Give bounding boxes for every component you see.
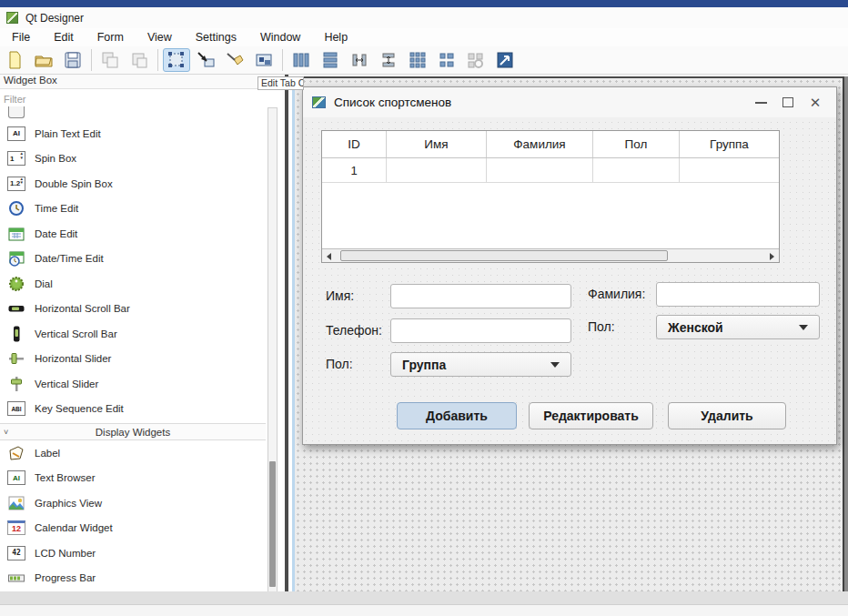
break-layout-button[interactable]: [462, 48, 490, 72]
minimize-icon: [755, 102, 767, 104]
cell-surname: [487, 158, 593, 182]
horizontal-slider-icon: [7, 350, 25, 368]
lay-out-horizontally-button[interactable]: [288, 48, 315, 72]
table-scrollbar-thumb[interactable]: [340, 250, 668, 261]
widget-item-lcd-number[interactable]: 42 LCD Number: [0, 540, 266, 566]
widget-item-label[interactable]: Label: [0, 440, 266, 466]
widget-item-double-spin-box[interactable]: 1.2▲▼ Double Spin Box: [0, 171, 266, 197]
menubar: File Edit Form View Settings Window Help: [0, 28, 848, 46]
widget-item-key-sequence-edit[interactable]: ABI Key Sequence Edit: [0, 397, 266, 422]
edit-widgets-button[interactable]: [163, 48, 190, 72]
lay-out-vertically-button[interactable]: [317, 48, 344, 72]
widget-item-horizontal-slider[interactable]: Horizontal Slider: [0, 347, 266, 372]
widget-item-text-browser[interactable]: AI Text Browser: [0, 466, 266, 491]
column-header-id[interactable]: ID: [322, 131, 387, 157]
menu-form[interactable]: Form: [86, 31, 136, 44]
widget-list-scrollbar[interactable]: [268, 107, 278, 616]
canvas-right-edge: [843, 76, 848, 591]
save-form-button[interactable]: [59, 48, 86, 72]
name-input[interactable]: [390, 284, 571, 308]
close-icon: ✕: [810, 96, 822, 109]
lcd-number-icon: 42: [7, 544, 25, 561]
add-button[interactable]: Добавить: [397, 402, 517, 429]
form-window-titlebar[interactable]: Список спортсменов ✕: [303, 87, 836, 117]
edit-tab-order-button[interactable]: [250, 48, 278, 72]
widget-list: AI Plain Text Edit 1▲▼ Spin Box 1.2▲▼ Do…: [0, 106, 266, 591]
lay-out-in-form-layout-button[interactable]: [433, 48, 460, 72]
widget-item-date-edit[interactable]: Date Edit: [0, 221, 266, 247]
toolbar-separator: [157, 49, 158, 71]
bottom-bar: [0, 591, 848, 604]
phone-label: Телефон:: [326, 323, 382, 338]
edit-buddies-button[interactable]: [221, 48, 248, 72]
key-sequence-edit-icon: ABI: [7, 400, 25, 418]
edit-signals-slots-button[interactable]: [192, 48, 219, 72]
menu-file[interactable]: File: [0, 31, 42, 44]
lay-out-vertically-icon: [320, 50, 340, 70]
widget-item-dial[interactable]: Dial: [0, 271, 266, 297]
double-spin-box-icon: 1.2▲▼: [7, 175, 25, 192]
menu-edit[interactable]: Edit: [42, 31, 86, 44]
open-form-icon: [34, 50, 54, 70]
group-combobox[interactable]: Группа: [390, 352, 571, 377]
toolbar: [0, 46, 848, 75]
group-label: Пол:: [326, 357, 353, 371]
progress-bar-icon: [7, 570, 25, 587]
phone-input[interactable]: [390, 318, 571, 343]
surname-input[interactable]: [656, 282, 820, 307]
filter-input[interactable]: [0, 92, 266, 107]
new-form-button[interactable]: [1, 48, 28, 72]
break-layout-icon: [466, 50, 486, 70]
widget-item-vertical-scroll-bar[interactable]: Vertical Scroll Bar: [0, 321, 266, 347]
scroll-right-icon[interactable]: [770, 253, 774, 260]
lay-out-vertically-in-splitter-button[interactable]: [375, 48, 402, 72]
widget-list-scrollbar-thumb[interactable]: [269, 461, 276, 587]
athletes-table[interactable]: ID Имя Фамилия Пол Группа 1: [321, 130, 780, 263]
widget-item-spin-box[interactable]: 1▲▼ Spin Box: [0, 146, 266, 172]
widget-item-graphics-view[interactable]: Graphics View: [0, 490, 266, 516]
menu-window[interactable]: Window: [248, 31, 312, 44]
adjust-size-icon: [495, 50, 515, 70]
menu-settings[interactable]: Settings: [184, 31, 248, 44]
display-widgets-section-header[interactable]: ˅ Display Widgets: [0, 423, 266, 440]
open-form-button[interactable]: [30, 48, 57, 72]
adjust-size-button[interactable]: [491, 48, 519, 72]
close-button[interactable]: ✕: [802, 93, 829, 113]
menu-view[interactable]: View: [136, 31, 184, 44]
edit-button[interactable]: Редактировать: [529, 402, 653, 429]
app-titlebar[interactable]: Qt Designer: [0, 7, 848, 28]
plain-text-edit-icon: AI: [7, 125, 25, 142]
widget-item-progress-bar[interactable]: Progress Bar: [0, 566, 266, 591]
graphics-view-icon: [7, 494, 25, 511]
copy-button[interactable]: [96, 48, 124, 72]
widget-item-plain-text-edit[interactable]: AI Plain Text Edit: [0, 121, 266, 146]
menu-help[interactable]: Help: [312, 31, 359, 44]
column-header-name[interactable]: Имя: [387, 131, 487, 157]
table-row[interactable]: 1: [322, 158, 779, 183]
widget-item-horizontal-scroll-bar[interactable]: Horizontal Scroll Bar: [0, 297, 266, 322]
cell-group: [680, 158, 779, 182]
delete-button[interactable]: Удалить: [668, 402, 786, 429]
paste-button[interactable]: [126, 48, 153, 72]
calendar-widget-icon: 12: [7, 520, 25, 537]
horizontal-scroll-bar-icon: [7, 300, 25, 318]
gender-combobox[interactable]: Женской: [656, 315, 820, 339]
widget-item-calendar-widget[interactable]: 12 Calendar Widget: [0, 516, 266, 541]
chevron-down-icon: [550, 362, 560, 368]
column-header-surname[interactable]: Фамилия: [487, 131, 593, 157]
maximize-button[interactable]: [774, 93, 802, 113]
athletes-form-window[interactable]: Список спортсменов ✕ ID Имя Фамилия Пол …: [302, 86, 837, 445]
lay-out-in-grid-button[interactable]: [404, 48, 431, 72]
table-horizontal-scrollbar[interactable]: [322, 248, 779, 262]
column-header-gender[interactable]: Пол: [593, 131, 680, 157]
label-icon: [7, 444, 25, 461]
clipped-list-item[interactable]: [0, 106, 266, 121]
column-header-group[interactable]: Группа: [680, 131, 779, 157]
minimize-button[interactable]: [747, 93, 774, 113]
widget-item-time-edit[interactable]: Time Edit: [0, 197, 266, 222]
lay-out-horizontally-in-splitter-button[interactable]: [346, 48, 373, 72]
widget-item-datetime-edit[interactable]: Date/Time Edit: [0, 247, 266, 272]
dock-splitter[interactable]: [282, 75, 288, 591]
scroll-left-icon[interactable]: [327, 253, 331, 260]
widget-item-vertical-slider[interactable]: Vertical Slider: [0, 371, 266, 397]
